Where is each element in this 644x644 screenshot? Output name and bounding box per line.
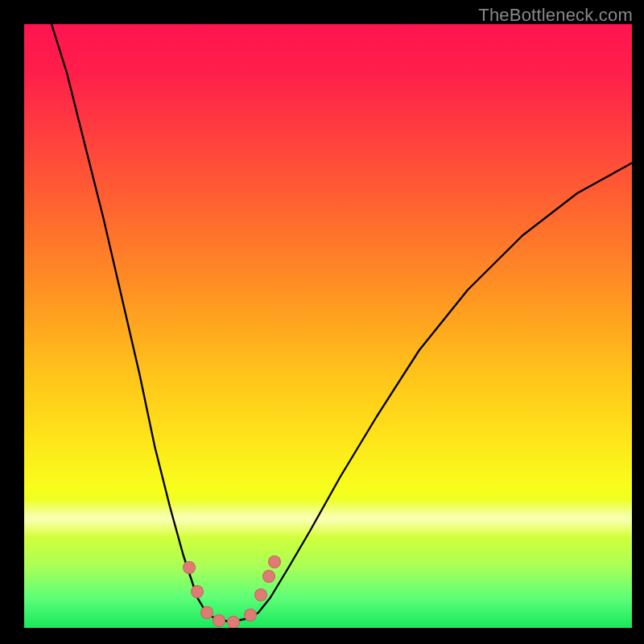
curve-marker — [227, 616, 240, 629]
curve-marker — [262, 570, 275, 583]
curve-marker — [191, 585, 204, 598]
bottleneck-curve — [24, 24, 632, 628]
plot-area — [24, 24, 632, 628]
watermark-text: TheBottleneck.com — [478, 5, 633, 26]
chart-stage: TheBottleneck.com — [0, 0, 644, 644]
curve-marker — [254, 588, 267, 601]
curve-marker — [268, 555, 281, 568]
curve-marker — [244, 609, 257, 621]
curve-marker — [200, 606, 213, 619]
curve-marker — [183, 561, 196, 574]
curve-marker — [213, 614, 225, 627]
